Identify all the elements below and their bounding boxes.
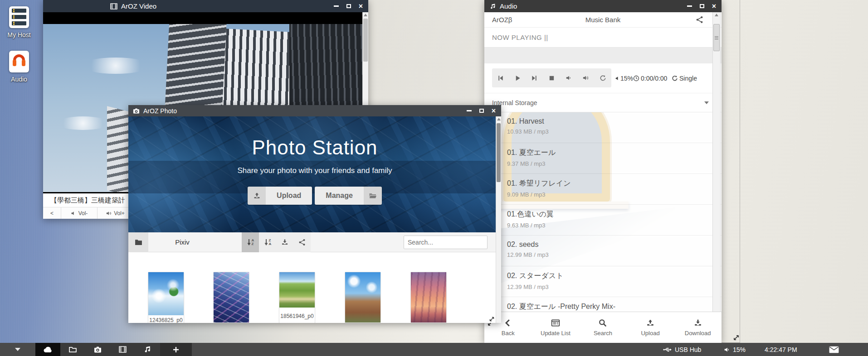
previous-track-button[interactable] <box>492 68 509 87</box>
desktop-icon-audio[interactable]: Audio <box>3 51 35 83</box>
video-window-titlebar[interactable]: ArOZ Video × <box>43 0 368 12</box>
minimize-button[interactable] <box>467 110 472 111</box>
transport-button-group <box>492 68 611 87</box>
track-item[interactable]: 02. スターダスト 12.39 MB / mp3 <box>484 266 722 297</box>
close-icon[interactable]: × <box>712 3 716 10</box>
taskbar-music-button[interactable] <box>135 343 160 356</box>
photo-thumbnail[interactable] <box>345 272 381 323</box>
track-item[interactable]: 02. 夏空エール -Pretty Perky Mix- <box>484 297 722 312</box>
resize-handle[interactable] <box>489 316 495 322</box>
audio-scrollbar[interactable] <box>712 12 721 312</box>
photo-thumbnail[interactable] <box>213 272 249 323</box>
scrollbar-thumb[interactable] <box>497 123 501 182</box>
track-item[interactable]: 01.色違いの翼 9.63 MB / mp3 <box>484 205 722 236</box>
volume-down-button[interactable]: Vol- <box>61 207 98 219</box>
photo-window-title: ArOZ Photo <box>143 107 177 115</box>
track-item[interactable]: 02. seeds 12.99 MB / mp3 <box>484 236 722 266</box>
taskbar-files-button[interactable] <box>60 343 85 356</box>
audio-footer-toolbar: Back Update List Search Upload Download <box>484 312 722 343</box>
taskbar-add-button[interactable] <box>160 343 192 356</box>
cloud-icon <box>43 346 54 354</box>
film-icon <box>110 3 117 10</box>
photo-toolbar: Pixiv AZ ZA <box>128 232 501 252</box>
stop-icon <box>548 75 555 82</box>
update-list-button[interactable]: Update List <box>532 312 580 343</box>
audio-window-title: Audio <box>500 2 517 10</box>
repeat-button[interactable] <box>594 68 611 87</box>
track-list: 01. Harvest 10.93 MB / mp3 01. 夏空エール 9.3… <box>484 112 722 312</box>
scroll-up-arrow[interactable] <box>364 14 367 16</box>
speaker-high-icon <box>583 75 589 81</box>
download-button[interactable]: Download <box>674 312 722 343</box>
photo-window-titlebar[interactable]: ArOZ Photo × <box>128 105 501 116</box>
scroll-up-arrow[interactable] <box>715 14 718 16</box>
arrow-down-icon <box>247 239 251 246</box>
photo-thumbnail[interactable]: 12436825_p0 <box>148 272 184 323</box>
minimize-button[interactable] <box>687 5 692 7</box>
track-item[interactable]: 01. 希望リフレイン 9.09 MB / mp3 <box>484 174 722 205</box>
spacer-strip <box>484 48 722 63</box>
video-window-title: ArOZ Video <box>121 2 156 10</box>
search-box <box>404 236 488 249</box>
manage-button[interactable]: Manage <box>315 187 382 205</box>
time-readout: 0:00/0:00 <box>633 63 667 93</box>
server-icon <box>9 6 29 28</box>
photo-thumbnail[interactable] <box>410 272 447 323</box>
speaker-triangle-icon <box>614 76 619 81</box>
current-folder-label: Pixiv <box>148 238 216 246</box>
search-input[interactable] <box>404 239 493 246</box>
volume-tray-item[interactable]: 15% <box>724 343 746 356</box>
scroll-up-arrow[interactable] <box>497 118 501 120</box>
volume-up-button[interactable] <box>577 68 595 87</box>
speaker-low-icon <box>566 75 572 81</box>
taskbar-photo-button[interactable] <box>85 343 110 356</box>
clock-tray-item: 4:22:47 PM <box>765 343 797 356</box>
maximize-button[interactable] <box>479 109 484 113</box>
video-back-button[interactable]: < <box>43 207 61 219</box>
upload-button[interactable]: Upload <box>248 187 312 205</box>
track-item[interactable]: 01. 夏空エール 9.37 MB / mp3 <box>484 143 722 174</box>
list-icon <box>551 319 560 327</box>
close-icon[interactable]: × <box>359 3 363 10</box>
search-button[interactable]: Search <box>579 312 627 343</box>
photo-window: ArOZ Photo × Photo Station Share your ph… <box>128 105 501 323</box>
scrollbar-thumb[interactable] <box>363 19 368 62</box>
track-item[interactable]: 01. Harvest 10.93 MB / mp3 <box>484 112 722 143</box>
photo-thumbnail[interactable]: 18561946_p0 <box>279 272 315 323</box>
play-mode[interactable]: Single <box>672 63 697 93</box>
storage-dropdown[interactable]: Internal Storage <box>484 93 722 112</box>
sort-za-button[interactable]: ZA <box>259 232 276 252</box>
taskbar-expand-caret[interactable] <box>0 348 35 351</box>
share-button[interactable] <box>293 232 311 252</box>
close-icon[interactable]: × <box>492 107 496 115</box>
folder-button[interactable] <box>128 232 148 252</box>
download-button[interactable] <box>276 232 293 252</box>
thumbnail-image <box>411 272 446 322</box>
sort-az-button[interactable]: AZ <box>242 232 259 252</box>
plus-icon <box>172 346 180 353</box>
next-track-button[interactable] <box>526 68 543 87</box>
taskbar: USB Hub 15% 4:22:47 PM <box>0 343 868 356</box>
taskbar-cloud-button[interactable] <box>35 343 60 356</box>
taskbar-video-button[interactable] <box>110 343 135 356</box>
cloud-art <box>56 116 110 130</box>
mail-tray-item[interactable] <box>829 343 839 356</box>
usb-tray-item[interactable]: USB Hub <box>663 343 701 356</box>
stop-button[interactable] <box>543 68 561 87</box>
maximize-button[interactable] <box>700 4 704 8</box>
share-icon[interactable] <box>696 16 703 24</box>
photo-scrollbar[interactable] <box>496 116 501 323</box>
maximize-button[interactable] <box>346 4 351 8</box>
resize-handle[interactable] <box>733 334 740 341</box>
audio-window-titlebar[interactable]: Audio × <box>484 0 722 12</box>
volume-down-button[interactable] <box>560 68 577 87</box>
minimize-button[interactable] <box>334 5 339 7</box>
back-chevron: < <box>50 210 54 216</box>
desktop-icon-myhost[interactable]: My Host <box>3 6 35 38</box>
upload-button[interactable]: Upload <box>627 312 674 343</box>
play-button[interactable] <box>509 68 527 87</box>
photo-hero-banner: Photo Station Share your photo with your… <box>128 116 501 232</box>
scrollbar-thumb[interactable] <box>713 24 720 51</box>
camera-icon <box>93 346 102 353</box>
download-icon <box>694 319 702 327</box>
